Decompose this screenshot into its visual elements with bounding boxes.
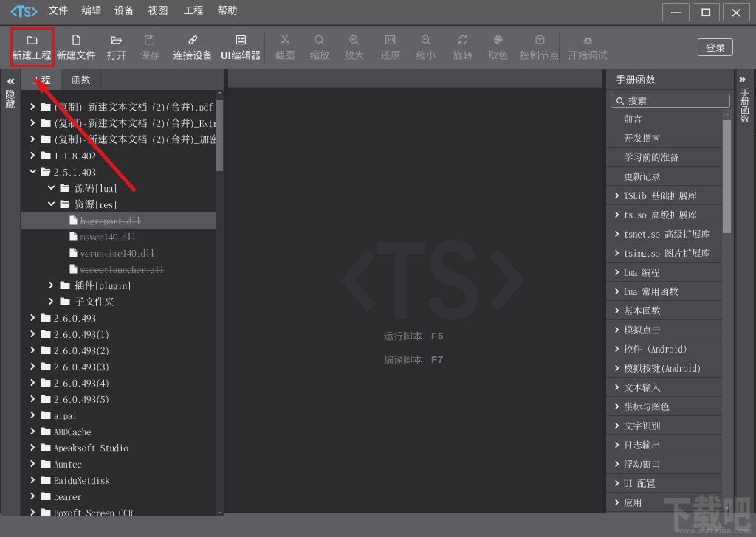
svg-text:TS: TS xyxy=(376,238,481,321)
svg-text:S: S xyxy=(24,4,31,21)
